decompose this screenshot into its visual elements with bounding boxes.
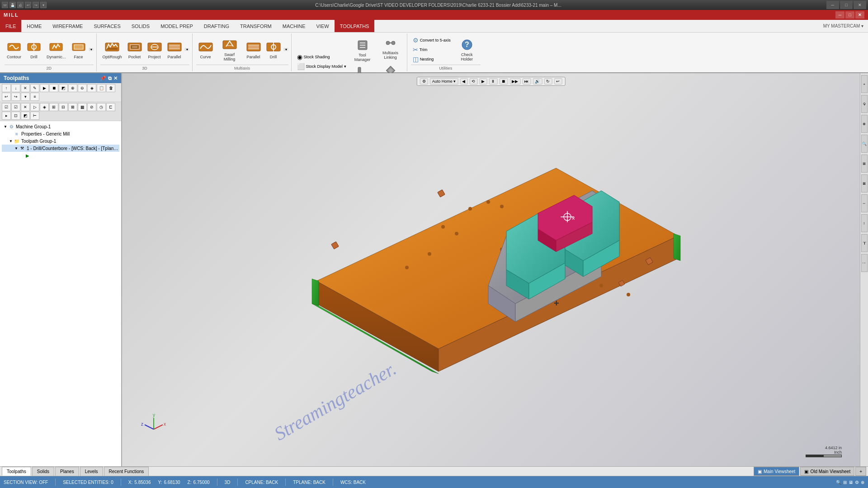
multiaxis-expand-button[interactable]: ▼ (284, 48, 288, 51)
tab-planes[interactable]: Planes (55, 467, 79, 476)
tp-btn-menu[interactable]: ≡ (30, 93, 39, 101)
vt-next[interactable]: ▶▶ (509, 78, 520, 84)
tool-face[interactable]: Face (69, 38, 88, 61)
close-button[interactable]: ✕ (854, 1, 866, 9)
tp-btn2-15[interactable]: ◩ (21, 112, 30, 120)
tp-btn-remove[interactable]: ⊖ (78, 84, 87, 92)
vt-rewind[interactable]: ⟲ (469, 78, 477, 84)
tp-btn-delete[interactable]: ✕ (21, 84, 30, 92)
status-grid-icon[interactable]: ⊞ (843, 480, 847, 485)
tool-parallel[interactable]: Parallel (165, 38, 184, 61)
tree-op1-sub[interactable]: ▶ (2, 152, 119, 159)
tool-drill-ma[interactable]: Drill (264, 38, 283, 61)
rp-btn-5[interactable]: ⊞ (861, 155, 868, 173)
vt-stop[interactable]: ⏹ (499, 78, 508, 84)
status-settings-icon[interactable]: ⚙ (855, 480, 859, 485)
tree-operation1[interactable]: ▼ ⚒ 1 - Drill/Counterbore - [WCS: Back] … (2, 145, 119, 152)
vt-rotate[interactable]: ↻ (544, 78, 552, 84)
tree-toolpath-group[interactable]: ▼ 📁 Toolpath Group-1 (2, 137, 119, 145)
tp-btn2-2[interactable]: ☑ (11, 103, 20, 111)
tool-nesting[interactable]: ◫ Nesting (411, 55, 453, 64)
tool-contour[interactable]: Contour (5, 38, 24, 61)
tp-btn-settings[interactable]: ◈ (87, 84, 96, 92)
undo-icon[interactable]: ↩ (25, 2, 31, 8)
vt-autohome[interactable]: Auto Home ▾ (430, 78, 458, 84)
tool-swarf[interactable]: Swarf Milling (216, 36, 243, 63)
tp-btn-regen[interactable]: ◩ (59, 84, 68, 92)
vt-play[interactable]: ▶ (479, 78, 487, 84)
tp-btn-stop[interactable]: ⏹ (49, 84, 58, 92)
tp-btn2-9[interactable]: ▦ (78, 103, 87, 111)
tp-btn2-14[interactable]: ⊡ (11, 112, 20, 120)
tool-convert-5axis[interactable]: ⚙ Convert to 5-axis (411, 36, 453, 45)
viewset-main[interactable]: ▣ Main Viewsheet (754, 467, 799, 476)
vt-settings[interactable]: ⚙ (420, 78, 428, 84)
mill-close[interactable]: ✕ (855, 11, 864, 19)
tab-toolpaths[interactable]: Toolpaths (2, 467, 31, 476)
tp-btn-edit[interactable]: ✎ (30, 84, 39, 92)
vt-pause[interactable]: ⏸ (489, 78, 497, 84)
save-icon[interactable]: 💾 (9, 2, 16, 8)
menu-drafting[interactable]: DRAFTING (198, 20, 235, 32)
tab-recent-functions[interactable]: Recent Functions (104, 467, 149, 476)
rp-btn-1[interactable]: + (861, 75, 868, 93)
status-zoom-icon[interactable]: 🔍 (836, 480, 841, 485)
tool-pocket[interactable]: Pocket (125, 38, 144, 61)
tp-pin-button[interactable]: 📌 (100, 75, 106, 81)
tool-tool-manager[interactable]: Tool Manager (349, 37, 376, 64)
tree-properties[interactable]: ≡ Properties - Generic Mill (2, 130, 119, 137)
tp-btn2-8[interactable]: ⊠ (68, 103, 77, 111)
rp-btn-3[interactable]: ⊕ (861, 115, 868, 133)
rp-btn-7[interactable]: ↕ (861, 194, 868, 212)
rp-btn-4[interactable]: 🔍 (861, 135, 868, 153)
menu-home[interactable]: HOME (21, 20, 47, 32)
menu-view[interactable]: VIEW (311, 20, 335, 32)
tool-check-holder[interactable]: ? Check Holder (453, 36, 481, 63)
menu-model-prep[interactable]: MODEL PREP (155, 20, 198, 32)
tp-btn2-5[interactable]: ◈ (40, 103, 49, 111)
vt-undo-view[interactable]: ↩ (554, 78, 562, 84)
menu-file[interactable]: FILE (0, 20, 21, 32)
tool-multiaxis-linking[interactable]: Multiaxis Linking (377, 34, 404, 61)
tp-btn2-16[interactable]: ⊢ (30, 112, 39, 120)
tp-btn2-10[interactable]: ⊘ (87, 103, 96, 111)
tp-btn2-7[interactable]: ⊟ (59, 103, 68, 111)
vt-prev[interactable]: ◀ (460, 78, 467, 84)
tp-btn2-3[interactable]: ✕ (21, 103, 30, 111)
2d-expand-button[interactable]: ▼ (89, 48, 94, 51)
status-display-icon[interactable]: 🖥 (849, 480, 853, 485)
menu-machine[interactable]: MACHINE (277, 20, 311, 32)
tool-curve[interactable]: Curve (196, 38, 215, 61)
more-icon[interactable]: ▾ (40, 2, 47, 8)
print-icon[interactable]: 🖨 (17, 2, 24, 8)
tp-btn-play[interactable]: ▶ (40, 84, 49, 92)
tp-btn-up[interactable]: ↑ (2, 84, 11, 92)
tab-solids[interactable]: Solids (32, 467, 54, 476)
menu-surfaces[interactable]: SURFACES (88, 20, 126, 32)
viewset-add[interactable]: + (855, 467, 866, 476)
rp-btn-10[interactable]: ⋮ (861, 254, 868, 272)
tool-parallel-ma[interactable]: Parallel (244, 38, 263, 61)
tp-btn2-1[interactable]: ☑ (2, 103, 11, 111)
tool-stock-display[interactable]: ⬜ Stock Display Model ▾ (295, 62, 348, 71)
maximize-button[interactable]: □ (840, 1, 853, 9)
tp-float-button[interactable]: ⧉ (108, 75, 112, 81)
tp-btn-copy[interactable]: 📋 (97, 84, 106, 92)
menu-wireframe[interactable]: WIREFRAME (47, 20, 88, 32)
redo-icon[interactable]: ↪ (33, 2, 39, 8)
vt-end[interactable]: ⏭ (522, 78, 531, 84)
tp-close-button[interactable]: ✕ (113, 75, 118, 81)
tp-btn2-11[interactable]: ◷ (97, 103, 106, 111)
rp-btn-2[interactable]: ⟳ (861, 95, 868, 113)
tp-btn-more[interactable]: ▾ (21, 93, 30, 101)
menu-toolpaths[interactable]: TOOLPATHS (335, 20, 375, 32)
tool-project[interactable]: Project (145, 38, 164, 61)
rp-btn-6[interactable]: ⊠ (861, 174, 868, 192)
tp-btn2-12[interactable]: ⊏ (106, 103, 115, 111)
rp-btn-8[interactable]: ↔ (861, 214, 868, 232)
mill-maximize[interactable]: □ (845, 11, 854, 19)
3d-expand-button[interactable]: ▼ (185, 48, 189, 51)
vt-volume[interactable]: 🔊 (533, 78, 542, 84)
tree-machine-group[interactable]: ▼ ⚙ Machine Group-1 (2, 123, 119, 130)
tp-btn2-13[interactable]: ▸ (2, 112, 11, 120)
